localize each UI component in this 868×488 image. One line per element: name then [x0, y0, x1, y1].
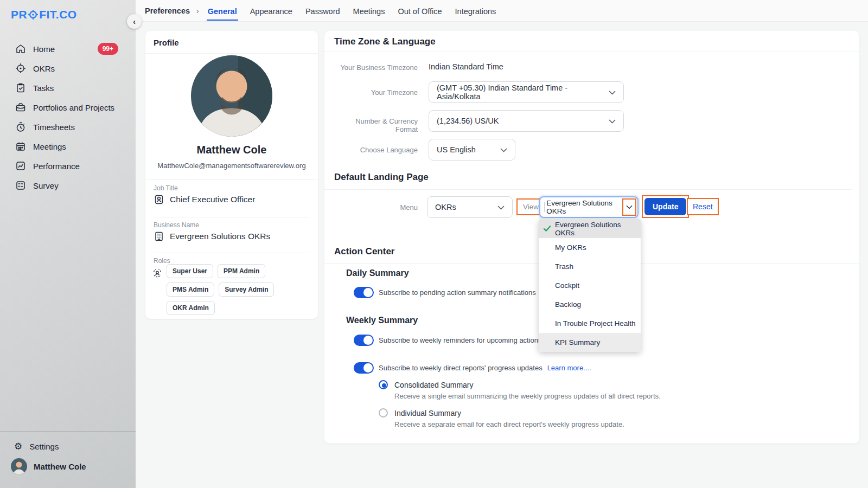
direct-reports-toggle-row: Subscribe to weekly direct reports' prog… [354, 362, 591, 374]
logo-text-pre: PR [11, 8, 27, 21]
tab-appearance[interactable]: Appearance [249, 2, 293, 20]
weekly-reminders-toggle[interactable] [354, 335, 374, 346]
user-avatar [11, 458, 27, 474]
dropdown-option-evergreen-solutions-okrs[interactable]: Evergreen Solutions OKRs [539, 219, 641, 238]
view-combobox-chevron[interactable] [622, 198, 636, 216]
weekly-reminders-label: Subscribe to weekly reminders for upcomi… [379, 336, 542, 344]
breadcrumb[interactable]: Preferences [145, 7, 190, 15]
role-chip: Survey Admin [219, 282, 274, 297]
view-dropdown-menu: Evergreen Solutions OKRs My OKRs Trash C… [539, 219, 641, 352]
tabs: General Appearance Password Meetings Out… [207, 2, 497, 20]
sidebar-item-timesheets[interactable]: Timesheets [0, 117, 136, 137]
business-timezone-value: Indian Standard Time [429, 62, 503, 71]
calendar-icon [15, 141, 26, 152]
tab-meetings[interactable]: Meetings [352, 2, 386, 20]
dropdown-option-in-trouble-project-health[interactable]: In Trouble Project Health [539, 314, 641, 333]
individual-summary-row: Individual Summary [379, 408, 461, 418]
number-format-select-value: (1,234.56) US/UK [437, 117, 499, 125]
consolidated-summary-radio[interactable] [379, 380, 388, 389]
individual-summary-radio[interactable] [379, 408, 388, 418]
number-format-label: Number & Currency Format [334, 117, 418, 133]
timezone-select[interactable]: (GMT +05.30) Indian Standard Time - Asia… [429, 81, 624, 103]
menu-select[interactable]: OKRs [427, 196, 513, 218]
business-timezone-label: Your Business Timezone [334, 63, 418, 72]
chevron-down-icon [609, 88, 616, 97]
roles-chip-list: Super User PPM Admin PMS Admin Survey Ad… [167, 264, 302, 315]
sidebar-collapse-button[interactable]: ‹ [127, 14, 142, 29]
chevron-down-icon [500, 145, 507, 154]
dropdown-option-label: KPI Summary [555, 338, 600, 346]
divider [324, 189, 852, 190]
tab-password[interactable]: Password [304, 2, 341, 20]
sidebar-item-portfolios[interactable]: Portfolios and Projects [0, 98, 136, 117]
gear-icon: ⚙ [14, 442, 22, 451]
individual-summary-label[interactable]: Individual Summary [394, 409, 461, 418]
language-select[interactable]: US English [429, 139, 515, 160]
menu-label: Menu [334, 203, 418, 211]
roles-person-orbit-icon [152, 268, 163, 279]
dropdown-option-trash[interactable]: Trash [539, 257, 641, 276]
sidebar-item-home[interactable]: Home 99+ [0, 39, 136, 59]
tab-general[interactable]: General [207, 2, 238, 20]
profile-card-title: Profile [145, 31, 318, 53]
dropdown-option-backlog[interactable]: Backlog [539, 295, 641, 314]
briefcase-icon [15, 102, 26, 113]
home-notification-badge: 99+ [98, 43, 118, 55]
person-badge-icon [154, 194, 164, 205]
divider [145, 179, 318, 180]
business-name-row: Evergreen Solutions OKRs [154, 231, 270, 242]
dropdown-option-label: Backlog [555, 300, 581, 309]
sidebar-item-label: Tasks [33, 84, 54, 93]
text-caret [545, 202, 545, 212]
job-title-row: Chief Executive Officer [154, 194, 255, 205]
daily-toggle-label: Subscribe to pending action summary noti… [379, 288, 536, 297]
sidebar-item-meetings[interactable]: Meetings [0, 137, 136, 156]
sidebar-item-tasks[interactable]: Tasks [0, 78, 136, 98]
sidebar-item-survey[interactable]: Survey [0, 176, 136, 195]
dropdown-option-my-okrs[interactable]: My OKRs [539, 238, 641, 257]
performance-chart-icon [15, 160, 26, 171]
sidebar-user-menu[interactable]: Matthew Cole [0, 457, 136, 476]
tab-integrations[interactable]: Integrations [454, 2, 497, 20]
sidebar-item-okrs[interactable]: OKRs [0, 59, 136, 78]
preferences-tabbar: Preferences › General Appearance Passwor… [136, 0, 868, 22]
dropdown-option-cockpit[interactable]: Cockpit [539, 276, 641, 295]
reset-link[interactable]: Reset [693, 202, 713, 211]
tasks-clipboard-icon [15, 82, 26, 93]
survey-list-icon [15, 180, 26, 191]
landing-section-title: Default Landing Page [334, 172, 429, 183]
consolidated-summary-label[interactable]: Consolidated Summary [394, 381, 474, 389]
home-icon [15, 43, 26, 54]
view-combobox-value: Evergreen Solutions OKRs [546, 199, 622, 215]
your-timezone-label: Your Timezone [334, 88, 418, 97]
sidebar-item-label: Home [33, 44, 55, 54]
sidebar-item-label: Performance [33, 162, 80, 171]
consolidated-summary-row: Consolidated Summary [379, 380, 474, 389]
weekly-summary-title: Weekly Summary [346, 316, 418, 325]
sidebar-divider [0, 431, 136, 432]
dropdown-option-label: Cockpit [555, 281, 579, 290]
divider [153, 253, 310, 253]
dropdown-option-kpi-summary[interactable]: KPI Summary [539, 333, 641, 352]
check-icon [543, 224, 551, 233]
sidebar-user-name: Matthew Cole [34, 462, 86, 471]
business-name-label: Business Name [154, 221, 199, 229]
tab-out-of-office[interactable]: Out of Office [397, 2, 443, 20]
sidebar-item-settings[interactable]: ⚙ Settings [0, 438, 136, 454]
daily-summary-toggle[interactable] [354, 287, 374, 298]
sidebar-nav: Home 99+ OKRs Tasks Portfolios and Proje… [0, 39, 136, 195]
reset-link-annotation: Reset [687, 198, 719, 215]
divider [153, 217, 310, 217]
consolidated-summary-description: Receive a single email summarizing the w… [394, 392, 661, 400]
view-combobox[interactable]: Evergreen Solutions OKRs [539, 196, 639, 218]
sidebar-item-performance[interactable]: Performance [0, 156, 136, 176]
dropdown-option-label: My OKRs [555, 243, 586, 252]
building-icon [154, 231, 164, 242]
direct-reports-learn-more-link[interactable]: Learn more.... [547, 364, 591, 372]
update-button-annotation: Update [642, 195, 689, 218]
update-button[interactable]: Update [644, 198, 686, 215]
direct-reports-toggle[interactable] [354, 362, 374, 374]
number-format-select[interactable]: (1,234.56) US/UK [429, 110, 624, 132]
role-chip: OKR Admin [167, 301, 215, 315]
choose-language-label: Choose Language [334, 146, 418, 154]
